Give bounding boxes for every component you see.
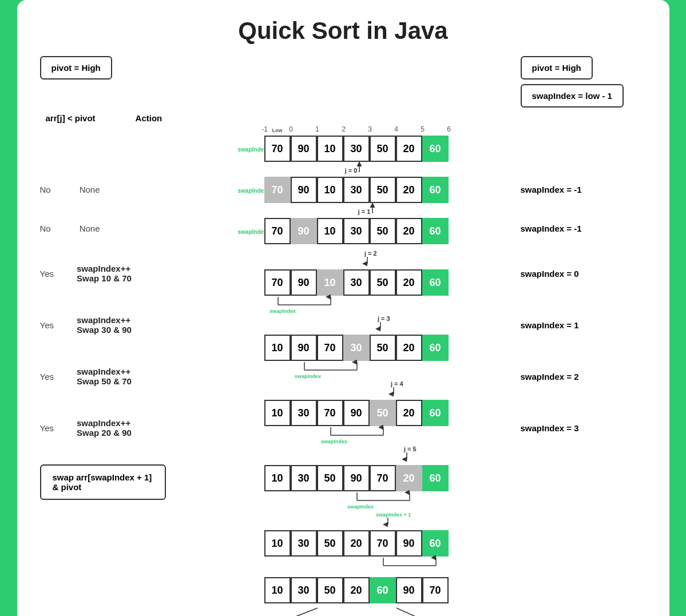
cell-rs-3: 20 [343, 577, 370, 603]
cell-r4-3: 30 [343, 335, 370, 361]
cell-r5-6: 60 [422, 400, 449, 426]
action-6b: Swap 20 & 90 [77, 428, 132, 438]
arr-j-header: arr[j] < pivot [46, 113, 96, 123]
right-column: swapIndex = -1 swapIndex = -1 swapIndex … [521, 125, 647, 616]
cell-r3-6: 60 [422, 269, 449, 296]
cell-r5-0: 10 [264, 400, 291, 426]
cell-r1-0: 70 [264, 177, 291, 203]
cell-r0-0: Low 70 [264, 136, 291, 162]
swap-index-init: swapIndex = low - 1 [521, 84, 624, 108]
swap-idx-r4: swapIndex = 1 [521, 320, 579, 330]
cell-rs-0: 10 [264, 577, 291, 603]
cell-r0-2: 10 [317, 136, 343, 162]
condition-yes-4: Yes [40, 320, 54, 330]
svg-text:swapIndex: swapIndex [269, 308, 296, 314]
cell-rf-4: 70 [370, 530, 396, 557]
cell-r3-0: 70 [264, 269, 291, 296]
cell-r4-2: 70 [317, 335, 343, 361]
svg-text:j = 2: j = 2 [364, 250, 377, 257]
cell-rf-2: 50 [317, 530, 343, 557]
cell-r4-6: 60 [422, 335, 449, 361]
action-4b: Swap 30 & 90 [77, 325, 132, 335]
cell-r2-3: 30 [343, 218, 370, 244]
main-container: Quick Sort in Java pivot = High pivot = … [17, 0, 669, 616]
cell-r5-5: 20 [396, 400, 422, 426]
cell-r1-1: 90 [291, 177, 317, 203]
cell-rs-1: 30 [291, 577, 317, 603]
cell-rf-0: 10 [264, 530, 291, 557]
cell-rf-5: 90 [396, 530, 422, 557]
cell-r2-4: 50 [370, 218, 396, 244]
svg-text:swapIndex: swapIndex [295, 373, 321, 379]
cell-rs-5: 90 [396, 577, 422, 603]
cell-r6-5: 20 [396, 465, 422, 491]
svg-line-31 [265, 608, 318, 616]
condition-yes-5: Yes [40, 372, 54, 381]
condition-no-1: No [40, 185, 51, 194]
cell-r6-6: 60 [422, 465, 449, 491]
svg-text:j = 3: j = 3 [377, 315, 390, 322]
action-4a: swapIndex++ [77, 315, 132, 325]
action-header: Action [136, 113, 162, 123]
cell-r6-4: 70 [370, 465, 396, 491]
action-none-1: None [80, 185, 100, 194]
svg-line-32 [396, 608, 442, 616]
cell-r0-6: High 60 [422, 136, 449, 162]
cell-r0-3: 30 [343, 136, 370, 162]
cell-r4-5: 20 [396, 335, 422, 361]
svg-text:j = 5: j = 5 [403, 446, 417, 452]
cell-r6-1: 30 [291, 465, 317, 491]
cell-r3-1: 90 [291, 269, 317, 296]
cell-r0-1: 90 [291, 136, 317, 162]
svg-text:swapIndex: swapIndex [321, 439, 347, 444]
swap-idx-r3: swapIndex = 0 [521, 269, 579, 279]
svg-text:swapIndex + 1: swapIndex + 1 [376, 512, 411, 518]
cell-r2-5: 20 [396, 218, 422, 244]
cell-r6-3: 90 [343, 465, 370, 491]
cell-r0-4: 50 [370, 136, 396, 162]
cell-r1-5: 20 [396, 177, 422, 203]
cell-r1-2: 10 [317, 177, 343, 203]
condition-yes-6: Yes [40, 423, 54, 433]
cell-r3-2: 10 [317, 269, 343, 296]
swap-pivot-label: swap arr[swapIndex + 1] & pivot [40, 464, 166, 500]
cell-rs-6: 70 [422, 577, 449, 603]
center-column: -1 0 1 2 3 4 5 6 swapIndex Low 70 [235, 125, 452, 616]
action-none-2: None [80, 224, 100, 233]
cell-r2-0: 70 [264, 218, 291, 244]
cell-r1-6: 60 [422, 177, 449, 203]
cell-r0-5: 20 [396, 136, 422, 162]
cell-r5-1: 30 [291, 400, 317, 426]
cell-rf-3: 20 [343, 530, 370, 557]
swap-idx-r5: swapIndex = 2 [521, 372, 579, 381]
swap-idx-r6: swapIndex = 3 [521, 423, 579, 433]
cell-r1-3: 30 [343, 177, 370, 203]
cell-r6-2: 50 [317, 465, 343, 491]
svg-text:swapIndex: swapIndex [347, 504, 374, 510]
cell-r5-4: 50 [370, 400, 396, 426]
cell-r4-1: 90 [291, 335, 317, 361]
cell-rs-4: 60 [370, 577, 396, 603]
cell-r5-2: 70 [317, 400, 343, 426]
cell-r3-3: 30 [343, 269, 370, 296]
cell-r2-2: 10 [317, 218, 343, 244]
action-5b: Swap 50 & 70 [77, 376, 132, 386]
condition-no-2: No [40, 224, 51, 233]
swap-idx-r1: swapIndex = -1 [521, 185, 582, 194]
cell-r4-4: 50 [370, 335, 396, 361]
left-column: No None No None Yes swapIndex++ Swap 10 … [40, 125, 166, 616]
pivot-label-left: pivot = High [40, 56, 112, 80]
cell-r3-5: 20 [396, 269, 422, 296]
action-6a: swapIndex++ [77, 418, 132, 428]
svg-text:j = 4: j = 4 [390, 380, 404, 387]
swap-idx-r2: swapIndex = -1 [521, 224, 582, 233]
cell-rs-2: 50 [317, 577, 343, 603]
action-5a: swapIndex++ [77, 367, 132, 376]
action-3b: Swap 10 & 70 [77, 273, 132, 283]
cell-r4-0: 10 [264, 335, 291, 361]
cell-rf-1: 30 [291, 530, 317, 557]
cell-r5-3: 90 [343, 400, 370, 426]
condition-yes-3: Yes [40, 269, 54, 279]
cell-r6-0: 10 [264, 465, 291, 491]
cell-r2-6: 60 [422, 218, 449, 244]
